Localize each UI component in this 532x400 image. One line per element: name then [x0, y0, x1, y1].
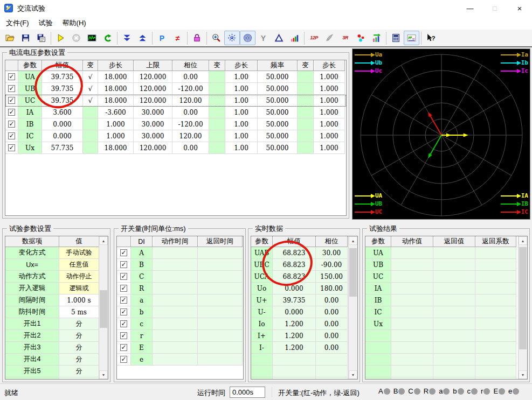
param-value-cell[interactable]: 1.000 — [314, 130, 345, 142]
param-value-cell[interactable]: 30.000 — [134, 118, 172, 130]
row-checkbox[interactable] — [8, 73, 15, 80]
param-value-cell[interactable]: 120.000 — [134, 71, 172, 83]
param-value-cell[interactable] — [83, 118, 98, 130]
test-param-value[interactable]: 分 — [59, 354, 99, 366]
param-value-cell[interactable] — [209, 107, 225, 118]
y-connection-button[interactable]: Y — [255, 31, 271, 45]
waveform-display-button[interactable] — [84, 31, 100, 45]
row-checkbox[interactable] — [120, 332, 127, 339]
param-value-cell[interactable] — [298, 83, 314, 95]
stop-x-button[interactable] — [68, 31, 84, 45]
test-param-value[interactable]: 动作停止 — [59, 271, 99, 283]
row-checkbox[interactable] — [8, 97, 15, 104]
param-value-cell[interactable]: 50.000 — [258, 130, 298, 142]
param-value-cell[interactable]: 1.00 — [225, 95, 258, 107]
param-value-cell[interactable]: 0.000 — [42, 130, 83, 142]
test-param-value[interactable]: 逻辑或 — [59, 283, 99, 294]
scroll-down-button[interactable]: ▼ — [349, 370, 357, 379]
param-value-cell[interactable]: 1.00 — [225, 130, 258, 142]
param-value-cell[interactable]: 1.000 — [314, 95, 345, 107]
param-value-cell[interactable]: 120.000 — [134, 142, 172, 154]
param-value-cell[interactable]: 120.00 — [172, 95, 209, 107]
param-value-cell[interactable]: 0.00 — [172, 107, 209, 118]
param-value-cell[interactable]: 0.00 — [172, 71, 209, 83]
param-value-cell[interactable]: √ — [83, 83, 98, 95]
test-param-value[interactable]: 分 — [59, 366, 99, 377]
param-value-cell[interactable]: 50.000 — [258, 107, 298, 118]
param-value-cell[interactable] — [209, 83, 225, 95]
param-value-cell[interactable]: 57.735 — [42, 142, 83, 154]
bar-levels-button[interactable] — [287, 31, 302, 45]
param-value-cell[interactable]: 50.000 — [258, 95, 298, 107]
row-checkbox[interactable] — [120, 308, 127, 315]
param-value-cell[interactable]: 1.000 — [314, 107, 345, 118]
test-param-value[interactable]: 1.000 s — [59, 294, 99, 306]
save-report-button[interactable] — [33, 31, 49, 45]
row-checkbox[interactable] — [120, 356, 127, 363]
phase-flag-button[interactable]: P — [154, 31, 170, 45]
param-value-cell[interactable]: 0.000 — [42, 118, 83, 130]
param-value-cell[interactable]: 1.000 — [314, 83, 345, 95]
param-value-cell[interactable] — [83, 130, 98, 142]
param-value-cell[interactable]: 18.000 — [98, 83, 134, 95]
vertical-scrollbar[interactable]: ▲▼ — [99, 236, 108, 379]
menu-item-help[interactable]: 帮助(H) — [58, 17, 91, 30]
param-value-cell[interactable]: 120.000 — [134, 95, 172, 107]
target-rings-button[interactable] — [240, 31, 255, 45]
param-value-cell[interactable]: 3.600 — [42, 107, 83, 118]
test-param-value[interactable]: 分 — [59, 377, 99, 380]
row-checkbox[interactable] — [120, 249, 127, 256]
molecule-button[interactable] — [353, 31, 369, 45]
rocket-button[interactable] — [322, 31, 337, 45]
param-value-cell[interactable]: 39.735 — [42, 83, 83, 95]
test-param-value[interactable]: 分 — [59, 318, 99, 330]
param-value-cell[interactable] — [83, 107, 98, 118]
menu-item-file[interactable]: 文件(F) — [1, 17, 34, 30]
param-value-cell[interactable] — [83, 142, 98, 154]
param-value-cell[interactable]: 18.000 — [98, 142, 134, 154]
scroll-up-button[interactable]: ▲ — [99, 236, 108, 245]
param-value-cell[interactable]: 1.000 — [314, 142, 345, 154]
param-value-cell[interactable]: 1.00 — [225, 142, 258, 154]
close-button[interactable]: × — [507, 0, 532, 16]
param-value-cell[interactable]: 1.00 — [225, 71, 258, 83]
param-value-cell[interactable]: -3.600 — [98, 107, 134, 118]
zoom-in-button[interactable] — [209, 31, 224, 45]
param-value-cell[interactable]: 39.735 — [42, 71, 83, 83]
delta-triangle-button[interactable] — [271, 31, 287, 45]
param-value-cell[interactable]: 1.000 — [314, 118, 345, 130]
param-value-cell[interactable] — [209, 95, 225, 107]
minimize-button[interactable]: — — [458, 0, 482, 16]
run-play-button[interactable] — [53, 31, 68, 45]
save-floppy-button[interactable] — [18, 31, 33, 45]
test-param-value[interactable]: 5 ms — [59, 306, 99, 318]
maximize-button[interactable]: □ — [482, 0, 507, 16]
test-param-value[interactable]: 分 — [59, 342, 99, 354]
param-value-cell[interactable]: √ — [83, 71, 98, 83]
param-value-cell[interactable] — [298, 118, 314, 130]
param-value-cell[interactable]: 120.00 — [172, 130, 209, 142]
param-value-cell[interactable] — [209, 142, 225, 154]
open-folder-button[interactable] — [2, 31, 18, 45]
row-checkbox[interactable] — [8, 85, 15, 92]
param-value-cell[interactable]: 30.000 — [134, 107, 172, 118]
param-value-cell[interactable]: 0.00 — [172, 142, 209, 154]
test-param-value[interactable]: 分 — [59, 330, 99, 342]
param-value-cell[interactable]: -120.00 — [172, 118, 209, 130]
param-value-cell[interactable]: -120.00 — [172, 83, 209, 95]
row-checkbox[interactable] — [8, 132, 15, 139]
param-value-cell[interactable]: 1.000 — [314, 71, 345, 83]
param-value-cell[interactable]: 1.000 — [98, 130, 134, 142]
row-checkbox[interactable] — [120, 320, 127, 327]
row-checkbox[interactable] — [120, 297, 127, 304]
row-checkbox[interactable] — [120, 261, 127, 268]
param-value-cell[interactable]: 50.000 — [258, 142, 298, 154]
param-value-cell[interactable]: 39.735 — [42, 95, 83, 107]
param-value-cell[interactable] — [209, 130, 225, 142]
param-value-cell[interactable] — [298, 107, 314, 118]
param-value-cell[interactable]: 50.000 — [258, 71, 298, 83]
param-value-cell[interactable] — [298, 142, 314, 154]
param-value-cell[interactable]: 50.000 — [258, 83, 298, 95]
scroll-thumb[interactable] — [349, 248, 357, 297]
label-12p-button[interactable]: 12P — [306, 31, 322, 45]
